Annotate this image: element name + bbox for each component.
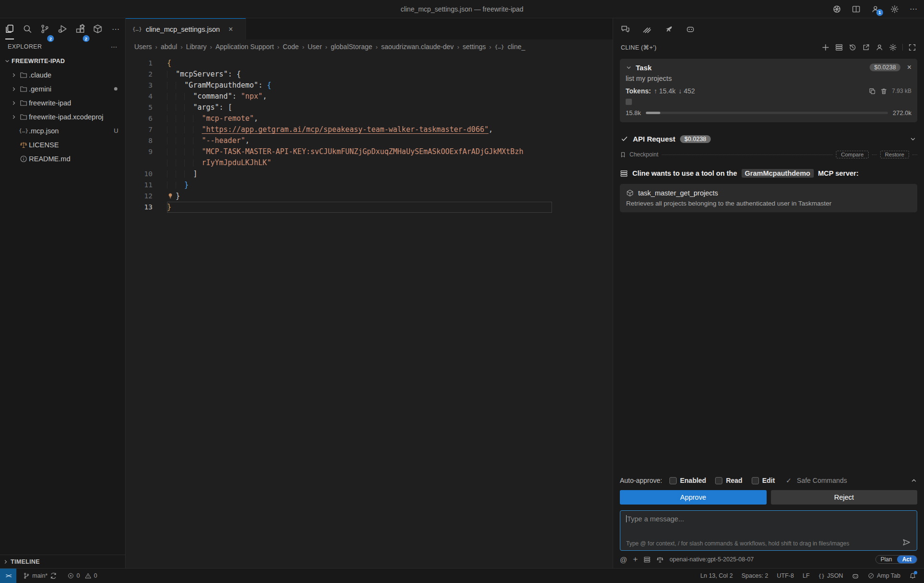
split-layout-icon[interactable] (852, 5, 860, 13)
more-actions-icon[interactable]: ⋯ (910, 4, 917, 13)
tree-root[interactable]: FREEWRITE-IPAD (0, 54, 125, 68)
breadcrumb-item[interactable]: saoudrizwan.claude-dev (381, 43, 454, 51)
task-close-icon[interactable]: × (907, 63, 911, 72)
tab-cline-mcp-settings[interactable]: {…} cline_mcp_settings.json × (126, 18, 246, 39)
code-line: rIyYmJpduLKJhLK" (126, 157, 613, 168)
settings-gear-icon[interactable] (889, 43, 897, 52)
trash-icon[interactable] (880, 88, 887, 95)
error-count: 0 (77, 572, 80, 579)
read-checkbox[interactable] (715, 477, 722, 484)
breadcrumb-item[interactable]: Library (186, 43, 207, 51)
branch-status[interactable]: main* (23, 572, 57, 579)
breadcrumb-item[interactable]: globalStorage (331, 43, 372, 51)
tokens-down: ↓ 452 (679, 87, 695, 95)
amp-icon[interactable] (642, 25, 652, 34)
send-icon[interactable] (902, 538, 911, 547)
model-selector[interactable]: openai-native:gpt-5-2025-08-07 (669, 556, 754, 563)
activity-more-icon[interactable]: ⋯ (110, 18, 121, 39)
line-content: { (167, 58, 552, 69)
account-icon[interactable]: 1 (871, 5, 880, 13)
chevron-down-icon[interactable] (626, 65, 632, 71)
remote-explorer-icon[interactable] (92, 18, 104, 39)
tree-item-readme[interactable]: README.md (0, 152, 125, 166)
copilot-icon[interactable] (686, 25, 695, 34)
input-hint: Type @ for context, / for slash commands… (626, 540, 849, 547)
indentation[interactable]: Spaces: 2 (742, 572, 769, 579)
breadcrumb-item[interactable]: cline_ (508, 43, 526, 51)
add-context-icon[interactable]: + (633, 555, 638, 564)
copy-icon[interactable] (869, 88, 876, 95)
run-debug-icon[interactable] (57, 18, 68, 39)
tree-item-license[interactable]: LICENSE (0, 138, 125, 152)
plan-mode-button[interactable]: Plan (876, 556, 897, 563)
chevron-down-icon[interactable] (910, 136, 916, 143)
explorer-view-icon[interactable] (4, 18, 15, 39)
account-icon[interactable] (875, 43, 884, 52)
timeline-section[interactable]: TIMELINE (0, 555, 125, 568)
line-content: "GramMcpauthdemo": { (167, 80, 552, 91)
remote-indicator[interactable]: >< (0, 569, 16, 583)
kangaroo-icon[interactable] (664, 25, 673, 34)
breadcrumb-item[interactable]: Application Support (216, 43, 274, 51)
chevron-up-icon[interactable] (911, 477, 917, 484)
mention-icon[interactable]: @ (620, 556, 627, 564)
chevron-right-icon (10, 100, 18, 106)
openai-icon[interactable] (833, 5, 841, 13)
sync-icon[interactable] (50, 572, 57, 579)
open-in-editor-icon[interactable] (862, 43, 870, 52)
scales-icon[interactable] (656, 556, 664, 563)
checkpoint-label: Checkpoint (629, 151, 658, 158)
mcp-servers-icon[interactable] (643, 556, 651, 563)
tab-close-icon[interactable]: × (229, 25, 233, 34)
bookmark-icon (620, 152, 626, 158)
eol[interactable]: LF (803, 572, 810, 579)
breadcrumb-item[interactable]: User (308, 43, 322, 51)
api-request-row[interactable]: API Request $0.0238 (620, 135, 917, 143)
language-mode[interactable]: {} JSON (818, 572, 843, 579)
tree-item-freewrite-ipad[interactable]: freewrite-ipad (0, 96, 125, 110)
context-progress-bar (646, 112, 888, 114)
source-control-icon[interactable]: 2 (39, 18, 51, 39)
tree-item-mcp-json[interactable]: {…} .mcp.json U (0, 124, 125, 138)
tree-item-gemini[interactable]: .gemini (0, 82, 125, 96)
settings-gear-icon[interactable] (890, 5, 899, 13)
problems-status[interactable]: 0 0 (67, 572, 97, 579)
breadcrumb-item[interactable]: settings (462, 43, 486, 51)
cursor-position[interactable]: Ln 13, Col 2 (700, 572, 732, 579)
explorer-more-icon[interactable]: ⋯ (111, 43, 117, 51)
fullscreen-icon[interactable] (908, 43, 916, 52)
new-task-plus-icon[interactable] (821, 43, 830, 52)
dotted-divider (912, 155, 917, 155)
notifications-bell-icon[interactable] (909, 572, 916, 580)
breadcrumb-item[interactable]: Users (134, 43, 152, 51)
tree-item-claude[interactable]: .claude (0, 68, 125, 82)
extensions-icon[interactable]: 2 (75, 18, 86, 39)
search-icon[interactable] (22, 18, 33, 39)
act-mode-button[interactable]: Act (897, 556, 917, 563)
lightbulb-icon[interactable] (167, 191, 176, 202)
message-input[interactable]: Type a message... Type @ for context, / … (620, 510, 917, 551)
amp-tab-status[interactable]: Amp Tab (868, 572, 900, 579)
copilot-icon[interactable] (852, 572, 859, 580)
encoding[interactable]: UTF-8 (777, 572, 794, 579)
compare-button[interactable]: Compare (836, 151, 868, 158)
breadcrumb-item[interactable]: abdul (161, 43, 177, 51)
approve-button[interactable]: Approve (620, 490, 767, 505)
chat-bubble-icon[interactable] (621, 25, 630, 34)
editor-group: {…} cline_mcp_settings.json × Users›abdu… (126, 18, 613, 568)
code-editor[interactable]: 1{2 "mcpServers": {3 "GramMcpauthdemo": … (126, 54, 613, 568)
cline-title: CLINE (⌘+') (621, 44, 656, 51)
enabled-checkbox[interactable] (669, 477, 677, 484)
edit-checkbox[interactable] (752, 477, 759, 484)
history-icon[interactable] (848, 43, 857, 52)
activity-bar: 2 2 (0, 18, 125, 39)
mcp-servers-icon[interactable] (835, 43, 843, 52)
breadcrumb-item[interactable]: Code (282, 43, 298, 51)
tree-item-xcodeproj[interactable]: freewrite-ipad.xcodeproj (0, 110, 125, 124)
reject-button[interactable]: Reject (771, 490, 918, 505)
action-buttons: Approve Reject (620, 490, 917, 505)
tokens-label: Tokens: (626, 87, 651, 95)
tool-card[interactable]: task_master_get_projects Retrieves all p… (620, 184, 917, 212)
json-file-icon: {…} (132, 26, 142, 32)
restore-button[interactable]: Restore (880, 151, 909, 158)
